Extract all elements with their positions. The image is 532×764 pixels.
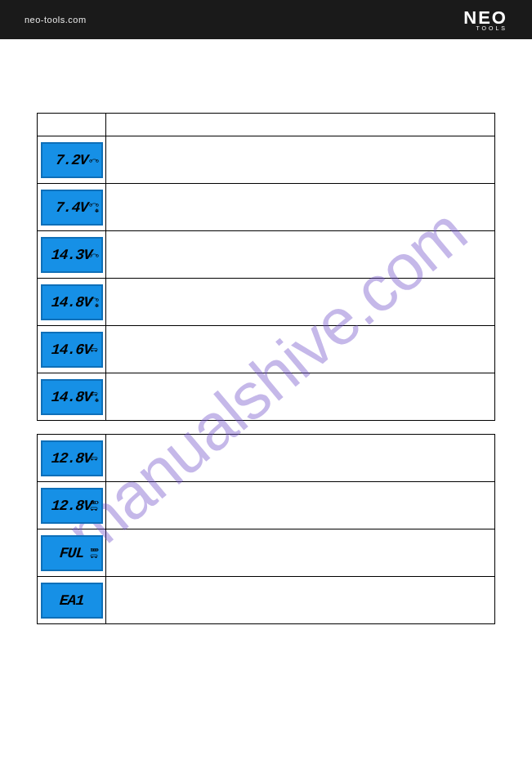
table-row: EA1	[38, 577, 495, 624]
logo: NEO TOOLS	[463, 9, 507, 31]
desc-cell	[106, 435, 495, 482]
table-row: 12.8V	[38, 482, 495, 529]
lcd-cell: 7.4V ✽	[38, 184, 106, 231]
header-url: neo-tools.com	[25, 15, 87, 25]
svg-point-16	[95, 458, 96, 460]
desc-cell	[106, 529, 495, 577]
desc-cell	[106, 231, 495, 279]
page-content: 7.2V 7.4V ✽	[0, 39, 532, 624]
car-battery-icon	[89, 500, 99, 511]
lcd-screen: 7.4V ✽	[41, 190, 103, 226]
svg-rect-30	[96, 549, 96, 551]
lcd-value: 14.8V	[51, 294, 92, 311]
desc-cell	[106, 326, 495, 373]
svg-point-9	[91, 350, 92, 351]
lcd-value: 14.3V	[51, 247, 92, 263]
lcd-cell: 14.3V	[38, 231, 106, 279]
table-row: 7.4V ✽	[38, 184, 495, 231]
lcd-value: 14.6V	[51, 342, 92, 358]
lcd-value: 7.4V	[55, 199, 88, 216]
lcd-value: 12.8V	[51, 450, 92, 467]
svg-rect-28	[93, 549, 94, 551]
lcd-cell: 12.8V	[38, 435, 106, 482]
motorcycle-snow-icon: ✽	[89, 297, 99, 308]
motorcycle-icon	[89, 252, 99, 257]
page-header: neo-tools.com NEO TOOLS	[0, 0, 532, 39]
lcd-screen: 12.8V	[41, 440, 103, 476]
lcd-table-1: 7.2V 7.4V ✽	[37, 113, 495, 421]
svg-rect-18	[97, 502, 98, 503]
lcd-value: 7.2V	[55, 152, 88, 168]
logo-main: NEO	[463, 9, 507, 27]
lcd-screen: 14.3V	[41, 237, 103, 273]
desc-cell	[106, 373, 495, 421]
svg-point-24	[95, 509, 96, 511]
header-cell-lcd	[38, 114, 106, 136]
table-row: 14.3V	[38, 231, 495, 279]
lcd-screen: EA1	[41, 583, 103, 619]
car-snow-icon: ✽	[89, 391, 99, 403]
table-row: 14.8V ✽	[38, 373, 495, 421]
lcd-cell: 14.8V ✽	[38, 373, 106, 421]
desc-cell	[106, 279, 495, 326]
lcd-table-2: 12.8V 12.8V	[37, 434, 495, 624]
lcd-value: 12.8V	[51, 498, 92, 514]
table-row: FUL	[38, 529, 495, 577]
table-header-row	[38, 114, 495, 136]
header-cell-desc	[106, 114, 495, 136]
desc-cell	[106, 184, 495, 231]
desc-cell	[106, 136, 495, 184]
desc-cell	[106, 482, 495, 529]
lcd-screen: 14.6V	[41, 332, 103, 368]
svg-rect-19	[92, 502, 92, 503]
lcd-screen: 12.8V	[41, 488, 103, 524]
lcd-value: 14.8V	[51, 389, 92, 405]
lcd-screen: 14.8V ✽	[41, 379, 103, 415]
lcd-cell: 14.8V ✽	[38, 279, 106, 326]
svg-point-10	[95, 350, 96, 351]
motorcycle-snow-icon: ✽	[89, 202, 99, 213]
svg-point-33	[95, 556, 96, 558]
svg-rect-29	[94, 549, 95, 551]
lcd-screen: 7.2V	[41, 142, 103, 178]
svg-point-23	[91, 509, 92, 511]
lcd-cell: FUL	[38, 529, 106, 577]
svg-rect-27	[92, 549, 92, 551]
table-row: 7.2V	[38, 136, 495, 184]
lcd-cell: 7.2V	[38, 136, 106, 184]
car-battery-icon	[89, 547, 99, 558]
car-icon	[89, 456, 99, 461]
motorcycle-icon	[89, 158, 99, 163]
table-row: 14.6V	[38, 326, 495, 373]
svg-point-13	[95, 394, 96, 395]
svg-point-32	[91, 556, 92, 558]
table-row: 14.8V ✽	[38, 279, 495, 326]
lcd-cell: EA1	[38, 577, 106, 624]
lcd-cell: 12.8V	[38, 482, 106, 529]
lcd-cell: 14.6V	[38, 326, 106, 373]
table-row: 12.8V	[38, 435, 495, 482]
lcd-value: FUL	[59, 545, 84, 561]
lcd-screen: FUL	[41, 535, 103, 571]
svg-point-12	[91, 394, 92, 395]
svg-rect-20	[93, 502, 94, 503]
car-icon	[89, 347, 99, 352]
svg-rect-26	[97, 549, 98, 550]
svg-rect-21	[94, 502, 95, 503]
lcd-value: EA1	[59, 592, 84, 609]
desc-cell	[106, 577, 495, 624]
svg-point-15	[91, 458, 92, 460]
lcd-screen: 14.8V ✽	[41, 284, 103, 320]
